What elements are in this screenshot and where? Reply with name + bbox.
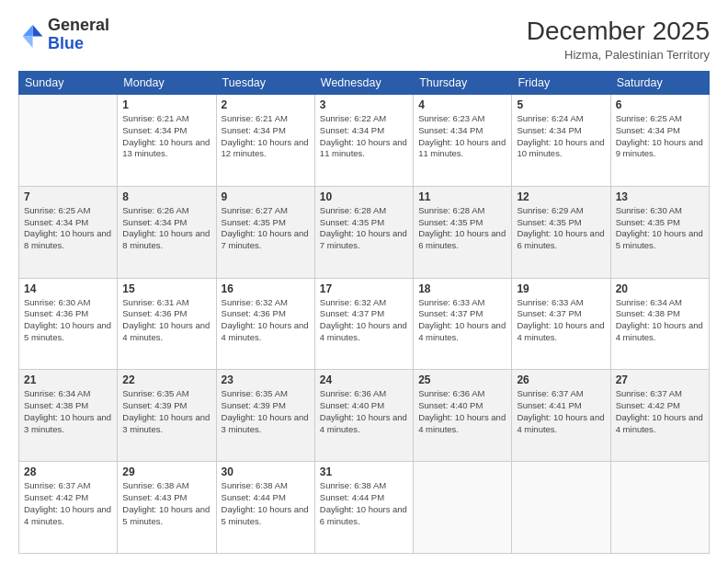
calendar-header-thursday: Thursday: [414, 72, 512, 95]
day-info: Sunrise: 6:33 AM Sunset: 4:37 PM Dayligh…: [418, 297, 506, 344]
calendar-cell: [512, 462, 610, 554]
day-info: Sunrise: 6:30 AM Sunset: 4:35 PM Dayligh…: [616, 205, 704, 252]
day-info: Sunrise: 6:35 AM Sunset: 4:39 PM Dayligh…: [122, 388, 210, 435]
calendar-cell: 28Sunrise: 6:37 AM Sunset: 4:42 PM Dayli…: [19, 462, 118, 554]
day-number: 18: [418, 282, 506, 295]
page: General Blue December 2025 Hizma, Palest…: [0, 0, 728, 563]
calendar-header-friday: Friday: [512, 72, 610, 95]
day-number: 3: [320, 98, 408, 111]
day-number: 6: [616, 98, 704, 111]
calendar-cell: 29Sunrise: 6:38 AM Sunset: 4:43 PM Dayli…: [118, 462, 216, 554]
calendar-cell: 15Sunrise: 6:31 AM Sunset: 4:36 PM Dayli…: [118, 278, 216, 370]
day-info: Sunrise: 6:38 AM Sunset: 4:44 PM Dayligh…: [320, 480, 408, 527]
calendar-table: SundayMondayTuesdayWednesdayThursdayFrid…: [18, 71, 710, 554]
calendar-week-row: 1Sunrise: 6:21 AM Sunset: 4:34 PM Daylig…: [19, 95, 710, 187]
day-number: 24: [320, 373, 408, 386]
header: General Blue December 2025 Hizma, Palest…: [18, 17, 710, 62]
calendar-cell: 22Sunrise: 6:35 AM Sunset: 4:39 PM Dayli…: [118, 370, 216, 462]
calendar-header-row: SundayMondayTuesdayWednesdayThursdayFrid…: [19, 72, 710, 95]
day-info: Sunrise: 6:26 AM Sunset: 4:34 PM Dayligh…: [122, 205, 210, 252]
day-number: 23: [222, 373, 310, 386]
day-number: 17: [320, 282, 408, 295]
day-number: 4: [418, 98, 506, 111]
day-number: 13: [616, 190, 704, 203]
calendar-cell: 11Sunrise: 6:28 AM Sunset: 4:35 PM Dayli…: [414, 186, 512, 278]
calendar-cell: 3Sunrise: 6:22 AM Sunset: 4:34 PM Daylig…: [314, 95, 413, 187]
day-number: 16: [222, 282, 310, 295]
month-year: December 2025: [527, 17, 710, 46]
calendar-cell: 4Sunrise: 6:23 AM Sunset: 4:34 PM Daylig…: [414, 95, 512, 187]
day-number: 14: [24, 282, 112, 295]
day-number: 20: [616, 282, 704, 295]
calendar-cell: 1Sunrise: 6:21 AM Sunset: 4:34 PM Daylig…: [118, 95, 216, 187]
calendar-cell: [414, 462, 512, 554]
day-number: 29: [122, 465, 210, 478]
calendar-cell: 24Sunrise: 6:36 AM Sunset: 4:40 PM Dayli…: [314, 370, 413, 462]
calendar-week-row: 14Sunrise: 6:30 AM Sunset: 4:36 PM Dayli…: [19, 278, 710, 370]
day-number: 8: [122, 190, 210, 203]
svg-marker-0: [33, 25, 43, 36]
calendar-cell: 16Sunrise: 6:32 AM Sunset: 4:36 PM Dayli…: [216, 278, 314, 370]
day-number: 1: [122, 98, 210, 111]
calendar-cell: 17Sunrise: 6:32 AM Sunset: 4:37 PM Dayli…: [314, 278, 413, 370]
day-number: 30: [222, 465, 310, 478]
day-info: Sunrise: 6:25 AM Sunset: 4:34 PM Dayligh…: [24, 205, 112, 252]
calendar-cell: [19, 95, 118, 187]
day-info: Sunrise: 6:37 AM Sunset: 4:42 PM Dayligh…: [24, 480, 112, 527]
calendar-cell: 7Sunrise: 6:25 AM Sunset: 4:34 PM Daylig…: [19, 186, 118, 278]
day-info: Sunrise: 6:32 AM Sunset: 4:36 PM Dayligh…: [222, 297, 310, 344]
day-number: 7: [24, 190, 112, 203]
calendar-cell: 21Sunrise: 6:34 AM Sunset: 4:38 PM Dayli…: [19, 370, 118, 462]
calendar-cell: 23Sunrise: 6:35 AM Sunset: 4:39 PM Dayli…: [216, 370, 314, 462]
day-number: 27: [616, 373, 704, 386]
day-number: 25: [418, 373, 506, 386]
day-info: Sunrise: 6:37 AM Sunset: 4:42 PM Dayligh…: [616, 388, 704, 435]
calendar-cell: 10Sunrise: 6:28 AM Sunset: 4:35 PM Dayli…: [314, 186, 413, 278]
calendar-cell: 19Sunrise: 6:33 AM Sunset: 4:37 PM Dayli…: [512, 278, 610, 370]
day-number: 12: [517, 190, 605, 203]
calendar-cell: 18Sunrise: 6:33 AM Sunset: 4:37 PM Dayli…: [414, 278, 512, 370]
calendar-header-tuesday: Tuesday: [216, 72, 314, 95]
day-number: 11: [418, 190, 506, 203]
calendar-cell: 9Sunrise: 6:27 AM Sunset: 4:35 PM Daylig…: [216, 186, 314, 278]
logo-blue-text: Blue: [48, 34, 84, 52]
day-number: 10: [320, 190, 408, 203]
day-number: 31: [320, 465, 408, 478]
calendar-cell: 20Sunrise: 6:34 AM Sunset: 4:38 PM Dayli…: [610, 278, 709, 370]
day-info: Sunrise: 6:24 AM Sunset: 4:34 PM Dayligh…: [517, 113, 605, 160]
calendar-header-monday: Monday: [118, 72, 216, 95]
day-info: Sunrise: 6:27 AM Sunset: 4:35 PM Dayligh…: [222, 205, 310, 252]
day-info: Sunrise: 6:33 AM Sunset: 4:37 PM Dayligh…: [517, 297, 605, 344]
calendar-cell: 5Sunrise: 6:24 AM Sunset: 4:34 PM Daylig…: [512, 95, 610, 187]
day-info: Sunrise: 6:28 AM Sunset: 4:35 PM Dayligh…: [320, 205, 408, 252]
calendar-cell: 26Sunrise: 6:37 AM Sunset: 4:41 PM Dayli…: [512, 370, 610, 462]
day-number: 22: [122, 373, 210, 386]
day-info: Sunrise: 6:21 AM Sunset: 4:34 PM Dayligh…: [122, 113, 210, 160]
day-info: Sunrise: 6:25 AM Sunset: 4:34 PM Dayligh…: [616, 113, 704, 160]
calendar-cell: 13Sunrise: 6:30 AM Sunset: 4:35 PM Dayli…: [610, 186, 709, 278]
calendar-cell: 25Sunrise: 6:36 AM Sunset: 4:40 PM Dayli…: [414, 370, 512, 462]
calendar-cell: 31Sunrise: 6:38 AM Sunset: 4:44 PM Dayli…: [314, 462, 413, 554]
day-info: Sunrise: 6:35 AM Sunset: 4:39 PM Dayligh…: [222, 388, 310, 435]
logo-icon: [18, 22, 44, 48]
title-block: December 2025 Hizma, Palestinian Territo…: [527, 17, 710, 62]
day-info: Sunrise: 6:23 AM Sunset: 4:34 PM Dayligh…: [418, 113, 506, 160]
day-info: Sunrise: 6:36 AM Sunset: 4:40 PM Dayligh…: [418, 388, 506, 435]
calendar-header-sunday: Sunday: [19, 72, 118, 95]
calendar-cell: 8Sunrise: 6:26 AM Sunset: 4:34 PM Daylig…: [118, 186, 216, 278]
day-info: Sunrise: 6:37 AM Sunset: 4:41 PM Dayligh…: [517, 388, 605, 435]
day-info: Sunrise: 6:34 AM Sunset: 4:38 PM Dayligh…: [24, 388, 112, 435]
day-info: Sunrise: 6:32 AM Sunset: 4:37 PM Dayligh…: [320, 297, 408, 344]
location: Hizma, Palestinian Territory: [527, 48, 710, 62]
calendar-cell: 2Sunrise: 6:21 AM Sunset: 4:34 PM Daylig…: [216, 95, 314, 187]
day-number: 26: [517, 373, 605, 386]
day-number: 5: [517, 98, 605, 111]
calendar-week-row: 28Sunrise: 6:37 AM Sunset: 4:42 PM Dayli…: [19, 462, 710, 554]
day-info: Sunrise: 6:22 AM Sunset: 4:34 PM Dayligh…: [320, 113, 408, 160]
calendar-header-saturday: Saturday: [610, 72, 709, 95]
day-number: 21: [24, 373, 112, 386]
day-info: Sunrise: 6:21 AM Sunset: 4:34 PM Dayligh…: [222, 113, 310, 160]
day-number: 2: [222, 98, 310, 111]
day-number: 9: [222, 190, 310, 203]
logo-text: General Blue: [48, 17, 109, 53]
